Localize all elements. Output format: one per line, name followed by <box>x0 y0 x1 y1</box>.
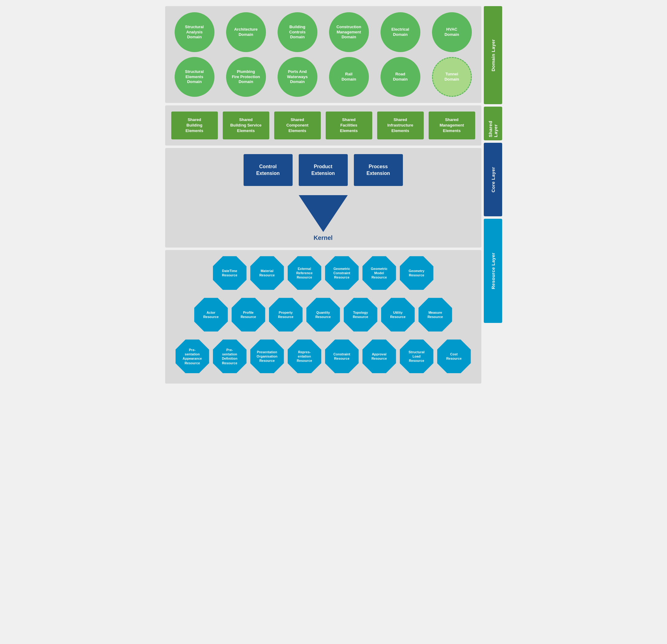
resource-item: DateTime Resource <box>213 256 247 290</box>
domain-row1: Structural Analysis DomainArchitecture D… <box>171 12 475 52</box>
domain-circle: HVAC Domain <box>432 12 472 52</box>
kernel-triangle <box>299 195 348 232</box>
shared-item: Shared Facilities Elements <box>326 112 372 140</box>
shared-layer-label: Shared Layer <box>484 107 502 140</box>
shared-layer: Shared Building ElementsShared Building … <box>165 106 481 146</box>
shared-item: Shared Building Elements <box>171 112 218 140</box>
side-labels: Domain Layer Shared Layer Core Layer Res… <box>484 6 502 384</box>
resource-item: Pre- sentation Definition Resource <box>213 339 247 373</box>
shared-item: Shared Infrastructure Elements <box>377 112 424 140</box>
resource-item: Property Resource <box>269 298 303 332</box>
core-extension-item: Product Extension <box>299 154 348 186</box>
domain-circle: Electrical Domain <box>380 12 420 52</box>
resource-item: Geometric Constraint Resource <box>325 256 359 290</box>
resource-row2: Actor ResourceProfile ResourceProperty R… <box>171 298 475 332</box>
resource-item: Actor Resource <box>194 298 228 332</box>
main-container: Structural Analysis DomainArchitecture D… <box>165 6 502 384</box>
resource-row3: Pre- sentation Appearance ResourcePre- s… <box>171 339 475 373</box>
resource-item: Utility Resource <box>381 298 415 332</box>
resource-item: Topology Resource <box>344 298 377 332</box>
domain-circle: Construction Management Domain <box>329 12 369 52</box>
resource-item: Approval Resource <box>362 339 396 373</box>
shared-item: Shared Component Elements <box>274 112 321 140</box>
resource-item: Geometry Resource <box>400 256 434 290</box>
core-extension-item: Control Extension <box>244 154 293 186</box>
domain-row2: Structural Elements DomainPlumbing Fire … <box>171 57 475 97</box>
domain-circle: Plumbing Fire Protection Domain <box>226 57 266 97</box>
resource-item: Repres- entation Resource <box>288 339 321 373</box>
resource-item: Structural Load Resource <box>400 339 434 373</box>
resource-layer-label: Resource Layer <box>484 219 502 323</box>
shared-grid: Shared Building ElementsShared Building … <box>171 112 475 140</box>
core-extensions: Control ExtensionProduct ExtensionProces… <box>171 154 475 186</box>
domain-layer-label: Domain Layer <box>484 6 502 104</box>
resource-item: Pre- sentation Appearance Resource <box>176 339 209 373</box>
domain-circle: Tunnel Domain <box>432 57 472 97</box>
domain-circle: Structural Elements Domain <box>175 57 214 97</box>
domain-circle: Structural Analysis Domain <box>175 12 214 52</box>
layers-container: Structural Analysis DomainArchitecture D… <box>165 6 481 384</box>
resource-rows: DateTime ResourceMaterial ResourceExtern… <box>171 256 475 377</box>
domain-circle: Architecture Domain <box>226 12 266 52</box>
resource-item: Profile Resource <box>232 298 265 332</box>
resource-item: External Reference Resource <box>288 256 321 290</box>
domain-circle: Ports And Waterways Domain <box>278 57 318 97</box>
resource-item: Quantity Resource <box>306 298 340 332</box>
domain-layer: Structural Analysis DomainArchitecture D… <box>165 6 481 103</box>
core-extension-item: Process Extension <box>354 154 403 186</box>
resource-item: Presentation Organisation Resource <box>250 339 284 373</box>
kernel-container: Kernel <box>171 195 475 241</box>
domain-circle: Road Domain <box>380 57 420 97</box>
core-layer-label: Core Layer <box>484 143 502 216</box>
domain-circle: Building Controls Domain <box>278 12 318 52</box>
resource-item: Measure Resource <box>419 298 452 332</box>
resource-item: Cost Resource <box>437 339 471 373</box>
resource-item: Material Resource <box>250 256 284 290</box>
shared-item: Shared Building Service Elements <box>223 112 269 140</box>
kernel-label: Kernel <box>313 235 332 241</box>
resource-row1: DateTime ResourceMaterial ResourceExtern… <box>171 256 475 290</box>
domain-circle: Rail Domain <box>329 57 369 97</box>
shared-item: Shared Management Elements <box>429 112 475 140</box>
resource-layer: DateTime ResourceMaterial ResourceExtern… <box>165 250 481 384</box>
resource-item: Geometric Model Resource <box>362 256 396 290</box>
resource-item: Constraint Resource <box>325 339 359 373</box>
core-layer: Control ExtensionProduct ExtensionProces… <box>165 148 481 248</box>
